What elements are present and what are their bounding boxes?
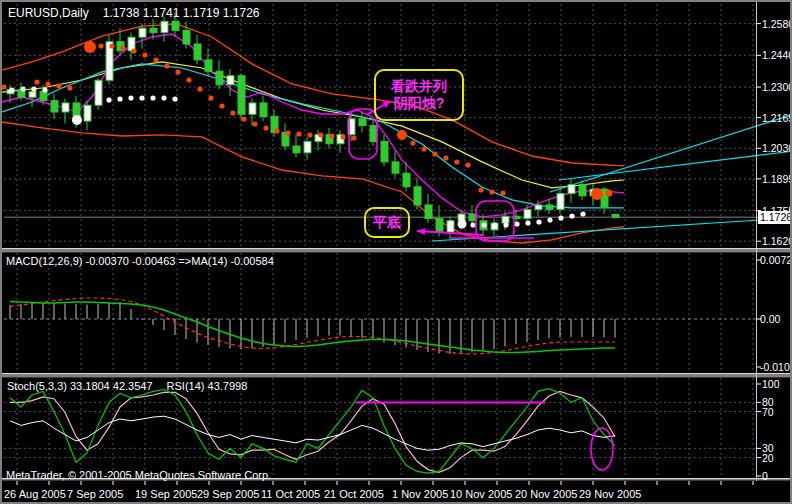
stoch-axis-label: 100 <box>762 378 780 390</box>
price-axis-label: 1.2030 <box>762 142 792 154</box>
date-label: 29 Sep 2005 <box>197 488 259 500</box>
date-label: 11 Oct 2005 <box>261 488 320 500</box>
annotation-text-box: 平底 <box>364 207 410 238</box>
date-label: 26 Aug 2005 <box>4 488 66 500</box>
price-axis-label: 1.2300 <box>762 81 792 93</box>
stoch-axis-label: 70 <box>762 406 774 418</box>
chart-title: EURUSD,Daily1.1738 1.1741 1.1719 1.1726 <box>8 6 260 20</box>
macd-indicator-label: MACD(12,26,9) -0.00370 -0.00463 =>MA(14)… <box>6 255 274 267</box>
ohlc-quote-label: 1.1738 1.1741 1.1719 1.1726 <box>103 6 260 20</box>
date-label: 7 Sep 2005 <box>67 488 123 500</box>
date-label: 21 Oct 2005 <box>324 488 384 500</box>
date-label: 20 Nov 2005 <box>515 488 577 500</box>
stoch-indicator-label: Stoch(5,3,3) 33.1804 42.3547RSI(14) 43.7… <box>7 380 247 392</box>
price-axis-label: 1.2165 <box>762 112 792 124</box>
rsi-indicator-label: RSI(14) 43.7998 <box>167 380 248 392</box>
macd-axis-label: 0.00 <box>760 313 780 325</box>
date-label: 10 Nov 2005 <box>450 488 512 500</box>
mt4-chart-window: EURUSD,Daily1.1738 1.1741 1.1719 1.1726 … <box>0 0 792 504</box>
price-axis-label: 1.2440 <box>762 49 792 61</box>
macd-axis-label: -0.0106 <box>760 361 792 373</box>
annotation-text-box: 看跌并列阴阳烛? <box>374 69 464 121</box>
symbol-period-label: EURUSD,Daily <box>8 6 89 20</box>
date-label: 29 Nov 2005 <box>579 488 641 500</box>
panel-divider[interactable] <box>2 373 792 378</box>
stoch-axis-label: 20 <box>762 452 774 464</box>
current-price-badge: 1.1726 <box>758 211 792 224</box>
stoch-axis-label: 0 <box>762 470 768 482</box>
copyright-notice: MetaTrader, © 2001-2005 MetaQuotes Softw… <box>6 469 271 481</box>
price-axis-label: 1.1895 <box>762 173 792 185</box>
price-axis-label: 1.1620 <box>762 235 792 247</box>
macd-axis-label: 0.00724 <box>760 254 792 266</box>
date-label: 1 Nov 2005 <box>392 488 448 500</box>
price-axis-label: 1.2580 <box>762 18 792 30</box>
price-axis-border <box>756 2 757 481</box>
panel-divider[interactable] <box>2 248 792 253</box>
date-label: 19 Sep 2005 <box>135 488 197 500</box>
